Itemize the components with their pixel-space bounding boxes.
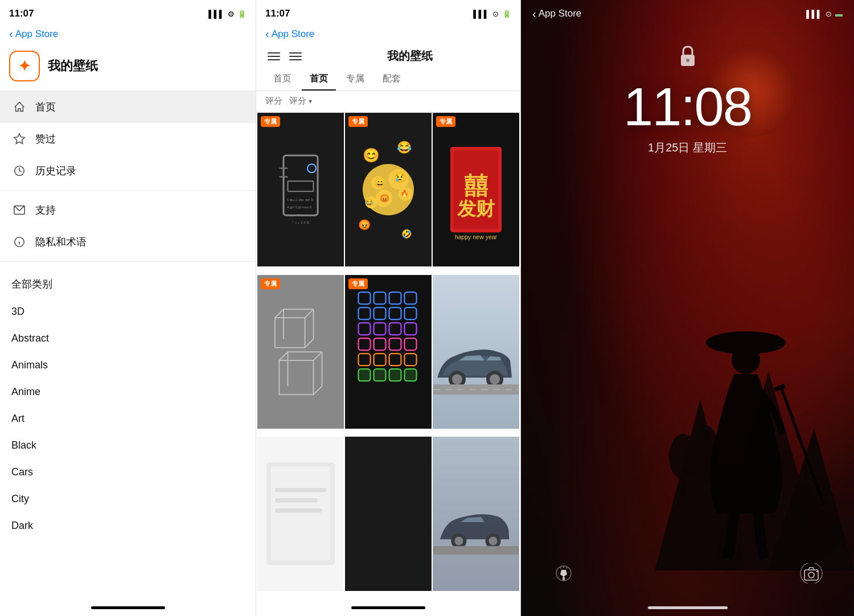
- svg-line-43: [275, 309, 284, 318]
- category-animals[interactable]: Animals: [0, 352, 256, 379]
- left-status-time: 11:07: [9, 8, 34, 19]
- category-3d[interactable]: 3D: [0, 298, 256, 325]
- ls-status-icons: ▌▌▌ ⊙ ▬: [806, 10, 843, 18]
- mid-back-button[interactable]: ‹ App Store: [256, 27, 520, 44]
- ls-back-button[interactable]: ‹ App Store: [532, 7, 581, 20]
- nav-separator-2: [0, 261, 256, 262]
- wallpaper-item-emoji[interactable]: 专属 😄 😢 😡 🔥 😂 😊 😂 😡 🤣: [345, 113, 432, 266]
- wifi-icon: ⊙: [228, 10, 234, 18]
- mid-battery-icon: 🔋: [502, 10, 511, 18]
- svg-text:7 pqrs  8 tuv  wxyz 9: 7 pqrs 8 tuv wxyz 9: [287, 213, 317, 217]
- nav-liked-label: 赞过: [35, 132, 56, 146]
- svg-line-44: [305, 309, 314, 318]
- mid-status-bar: 11:07 ▌▌▌ ⊙ 🔋: [256, 0, 520, 27]
- exclusive-badge-3: 专属: [436, 116, 455, 127]
- left-home-bar: [91, 606, 165, 609]
- svg-text:发财: 发财: [457, 198, 495, 219]
- category-3d-label: 3D: [11, 306, 24, 317]
- tab-home2[interactable]: 首页: [302, 68, 336, 91]
- svg-rect-116: [816, 571, 818, 572]
- wallpaper-item-glass[interactable]: 专属: [257, 275, 344, 429]
- wallpaper-item-white[interactable]: [257, 437, 344, 590]
- svg-rect-50: [373, 292, 385, 304]
- app-icon-symbol: ✦: [18, 58, 31, 75]
- svg-text:* ☺+    0    # ⚙: * ☺+ 0 # ⚙: [292, 221, 309, 224]
- category-abstract[interactable]: Abstract: [0, 325, 256, 352]
- category-black[interactable]: Black: [0, 432, 256, 459]
- svg-rect-53: [358, 307, 370, 319]
- right-panel: ‹ App Store ▌▌▌ ⊙ ▬ 11:08 1月25日 星期三: [521, 0, 854, 616]
- left-back-button[interactable]: ‹ App Store: [0, 27, 256, 45]
- svg-rect-70: [373, 369, 385, 381]
- category-city[interactable]: City: [0, 486, 256, 512]
- mid-home-indicator: [256, 599, 520, 616]
- wallpaper-item-placeholder[interactable]: [345, 437, 432, 590]
- category-city-label: City: [11, 493, 29, 504]
- svg-point-76: [490, 374, 500, 384]
- history-icon: [11, 163, 27, 179]
- category-anime[interactable]: Anime: [0, 379, 256, 405]
- svg-point-115: [808, 572, 814, 578]
- category-art[interactable]: Art: [0, 405, 256, 432]
- svg-rect-80: [270, 467, 330, 561]
- svg-rect-49: [358, 292, 370, 304]
- nav-item-liked[interactable]: 赞过: [0, 123, 256, 155]
- flashlight-button[interactable]: [549, 559, 578, 588]
- tab-matching-label: 配套: [383, 73, 401, 83]
- sort-option-1[interactable]: 评分: [265, 96, 282, 106]
- svg-text:happy new year: happy new year: [455, 233, 498, 240]
- category-animals-label: Animals: [11, 359, 48, 371]
- category-all[interactable]: 全部类别: [0, 270, 256, 298]
- nav-list: 首页 赞过 历史记录 支持: [0, 91, 256, 599]
- middle-panel: 11:07 ▌▌▌ ⊙ 🔋 ‹ App Store 我的壁纸 首页 首页: [256, 0, 521, 616]
- exclusive-badge-4: 专属: [261, 278, 280, 289]
- category-list: 全部类别 3D Abstract Animals Anime Art Black…: [0, 265, 256, 544]
- category-anime-label: Anime: [11, 386, 40, 397]
- svg-point-10: [307, 164, 316, 173]
- hamburger-button-1[interactable]: [265, 50, 282, 63]
- wallpaper-item-bmw[interactable]: [433, 275, 519, 429]
- category-abstract-label: Abstract: [11, 332, 49, 344]
- wallpaper-item-cny[interactable]: 专属 囍 发财 happy new year: [433, 113, 519, 266]
- wallpaper-item-colorboxes[interactable]: 专属: [345, 275, 432, 429]
- ls-battery-icon: ▬: [835, 10, 843, 18]
- svg-line-111: [560, 568, 561, 569]
- category-cars-label: Cars: [11, 466, 33, 478]
- hamburger-line-2: [268, 56, 280, 57]
- mid-status-icons: ▌▌▌ ⊙ 🔋: [473, 10, 511, 18]
- svg-rect-62: [373, 338, 385, 350]
- svg-line-48: [305, 339, 314, 347]
- category-cars[interactable]: Cars: [0, 459, 256, 486]
- svg-rect-72: [405, 369, 417, 381]
- tab-home1[interactable]: 首页: [265, 68, 299, 91]
- svg-rect-63: [389, 338, 401, 350]
- nav-item-support[interactable]: 支持: [0, 194, 256, 226]
- svg-text:😡: 😡: [358, 219, 371, 231]
- hamburger-button-2[interactable]: [287, 50, 304, 63]
- svg-rect-61: [358, 338, 370, 350]
- exclusive-badge-2: 专属: [348, 116, 368, 127]
- wallpaper-item-phone[interactable]: 专属 1 ɑω 2 abc def 3 4 ghi 5 jkl mno 6 7 …: [257, 113, 344, 266]
- nav-item-history[interactable]: 历史记录: [0, 155, 256, 187]
- sort-option-2[interactable]: 评分: [289, 96, 312, 106]
- wallpaper-item-car2[interactable]: [433, 437, 519, 590]
- nav-home-label: 首页: [35, 100, 56, 114]
- left-panel: 11:07 ▌▌▌ ⊙ 🔋 ‹ App Store ✦ 我的壁纸 首页: [0, 0, 256, 616]
- nav-item-home[interactable]: 首页: [0, 91, 256, 123]
- nav-item-privacy[interactable]: 隐私和术语: [0, 226, 256, 258]
- category-dark[interactable]: Dark: [0, 512, 256, 539]
- svg-text:🔥: 🔥: [400, 189, 409, 198]
- tab-exclusive[interactable]: 专属: [338, 68, 372, 91]
- tab-matching[interactable]: 配套: [375, 68, 409, 91]
- exclusive-badge-5: 专属: [348, 278, 368, 289]
- svg-point-74: [452, 374, 462, 384]
- svg-rect-56: [405, 307, 417, 319]
- svg-rect-55: [389, 307, 401, 319]
- battery-icon: 🔋: [237, 10, 247, 18]
- ls-wifi-icon: ⊙: [826, 10, 832, 18]
- svg-line-37: [314, 352, 322, 360]
- camera-button[interactable]: [797, 559, 826, 588]
- lockscreen-content: ‹ App Store ▌▌▌ ⊙ ▬ 11:08 1月25日 星期三: [521, 0, 854, 616]
- lockscreen-date: 1月25日 星期三: [648, 140, 727, 155]
- svg-rect-83: [275, 508, 322, 513]
